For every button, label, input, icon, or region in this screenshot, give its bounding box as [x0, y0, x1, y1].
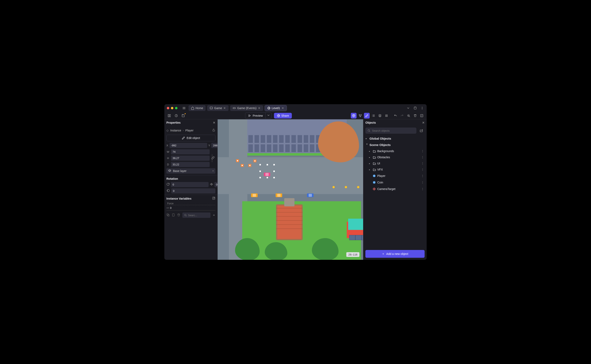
chevron-right-icon: ▸ [369, 150, 372, 152]
history-icon[interactable] [173, 113, 179, 118]
extensions-icon[interactable] [413, 106, 417, 110]
link-dimensions-icon[interactable] [211, 156, 215, 160]
d-input[interactable] [171, 162, 210, 167]
chevron-down-icon[interactable] [406, 106, 410, 110]
car [307, 194, 313, 197]
road-horizontal [218, 157, 363, 194]
tree-item-label: Scene Objects [370, 143, 424, 147]
var-value-input[interactable] [170, 206, 215, 210]
tree-folder-backgrounds[interactable]: ▸ Backgrounds ⋮ [364, 148, 426, 154]
house [339, 219, 363, 241]
more-icon[interactable]: ⋮ [421, 162, 424, 165]
add-object-button[interactable]: ＋ Add a new object [365, 250, 425, 258]
close-icon[interactable]: ✕ [223, 107, 226, 110]
car [251, 194, 258, 197]
maximize-window[interactable] [175, 107, 178, 109]
tree-folder-obstacles[interactable]: ▸ Obstacles ⋮ [364, 154, 426, 160]
trash-icon[interactable] [412, 113, 418, 118]
preview-button[interactable]: Preview [245, 112, 266, 119]
more-menu-icon[interactable] [420, 106, 424, 110]
unlock-icon[interactable] [212, 128, 215, 132]
chevron-right-icon: ▸ [369, 162, 372, 165]
save-icon[interactable] [180, 113, 186, 118]
rot-x-input[interactable] [171, 182, 209, 187]
more-icon[interactable]: ⋮ [421, 156, 424, 159]
tree-object-coin[interactable]: Coin ⋮ [364, 179, 426, 186]
objects-panel: Objects ✕ ▸ Global Objects ▸ Scene Objec… [363, 119, 427, 260]
plus-icon[interactable]: ＋ [212, 213, 215, 217]
panels-toggle-icon[interactable] [166, 113, 172, 118]
more-icon[interactable]: ⋮ [421, 150, 424, 153]
copy-icon[interactable] [166, 213, 170, 217]
preview-dropdown[interactable] [265, 112, 272, 119]
tree-folder-ui[interactable]: ▸ UI ⋮ [364, 160, 426, 166]
layer-select[interactable]: Base layer ▸ [166, 168, 215, 174]
tree-folder-vfx[interactable]: ▸ VFX ⋮ [364, 166, 426, 173]
tree-item-label: CameraTarget [377, 187, 420, 191]
h-label: H [166, 157, 170, 160]
w-input[interactable] [171, 149, 210, 154]
close-icon[interactable]: ✕ [422, 121, 425, 124]
d-label: D [166, 163, 170, 166]
rot-y-icon [210, 183, 213, 187]
cube3d-icon[interactable] [351, 113, 357, 118]
svg-point-5 [422, 108, 422, 108]
minimize-window[interactable] [171, 107, 173, 109]
y-label: Y [208, 144, 210, 147]
svg-point-25 [374, 188, 375, 189]
chevron-right-icon: ▸ [366, 137, 368, 140]
edit2-icon[interactable] [419, 113, 425, 118]
edit-icon[interactable] [364, 113, 370, 118]
selection-handles[interactable] [259, 164, 275, 178]
var-search[interactable] [182, 213, 211, 218]
coin [345, 186, 347, 188]
close-icon[interactable]: ✕ [213, 121, 215, 124]
more-icon[interactable]: ⋮ [421, 174, 424, 177]
menu-icon[interactable] [181, 105, 187, 111]
tree-global-objects[interactable]: ▸ Global Objects [364, 135, 426, 142]
list-icon[interactable] [371, 113, 376, 118]
tower [276, 204, 303, 240]
h-input[interactable] [171, 156, 210, 161]
close-icon[interactable]: ✕ [258, 107, 261, 110]
events-icon [232, 106, 236, 110]
tree-object-player[interactable]: Player ⋮ [364, 173, 426, 179]
more-icon[interactable]: ⋮ [421, 181, 424, 184]
objects-search-input[interactable] [372, 129, 414, 132]
grid-icon[interactable] [384, 113, 389, 118]
tree-item-label: Backgrounds [377, 150, 420, 153]
objects-search[interactable] [365, 128, 416, 134]
undo-icon[interactable] [393, 113, 398, 118]
add-folder-icon[interactable] [418, 128, 425, 134]
close-icon[interactable]: ✕ [281, 107, 284, 110]
more-icon[interactable]: ⋮ [421, 168, 424, 171]
share-button[interactable]: Share [274, 113, 292, 118]
more-icon[interactable]: ⋮ [421, 187, 424, 191]
tree-scene-objects[interactable]: ▸ Scene Objects [364, 142, 426, 148]
tab-game-events[interactable]: Game (Events) ✕ [230, 105, 263, 111]
tab-level1[interactable]: Level1 ✕ [265, 105, 287, 111]
edit-object-button[interactable]: Edit object [166, 135, 215, 141]
popout-icon[interactable] [212, 196, 215, 201]
layers-icon[interactable] [377, 113, 383, 118]
home-icon [191, 106, 194, 110]
hierarchy-icon[interactable] [357, 113, 363, 118]
rot-z-input[interactable] [171, 188, 215, 194]
tab-home[interactable]: Home [189, 105, 206, 111]
zoom-icon[interactable] [406, 113, 412, 118]
paste-icon[interactable] [172, 213, 175, 217]
tab-game[interactable]: Game ✕ [207, 105, 228, 111]
tab-game-label: Game [214, 106, 222, 110]
tree-object-cameratarget[interactable]: CameraTarget ⋮ [364, 186, 426, 192]
redo-icon[interactable] [399, 113, 405, 118]
var-name[interactable]: Force [166, 202, 215, 205]
var-search-input[interactable] [188, 214, 209, 217]
cone [253, 159, 256, 162]
close-window[interactable] [167, 107, 169, 109]
svg-rect-0 [210, 107, 212, 109]
x-input[interactable] [169, 143, 207, 148]
scene-viewport[interactable]: 29;-116 [218, 119, 363, 260]
tree-item-label: Global Objects [370, 137, 424, 140]
trash-icon[interactable] [177, 213, 180, 217]
share-button-label: Share [281, 114, 289, 117]
